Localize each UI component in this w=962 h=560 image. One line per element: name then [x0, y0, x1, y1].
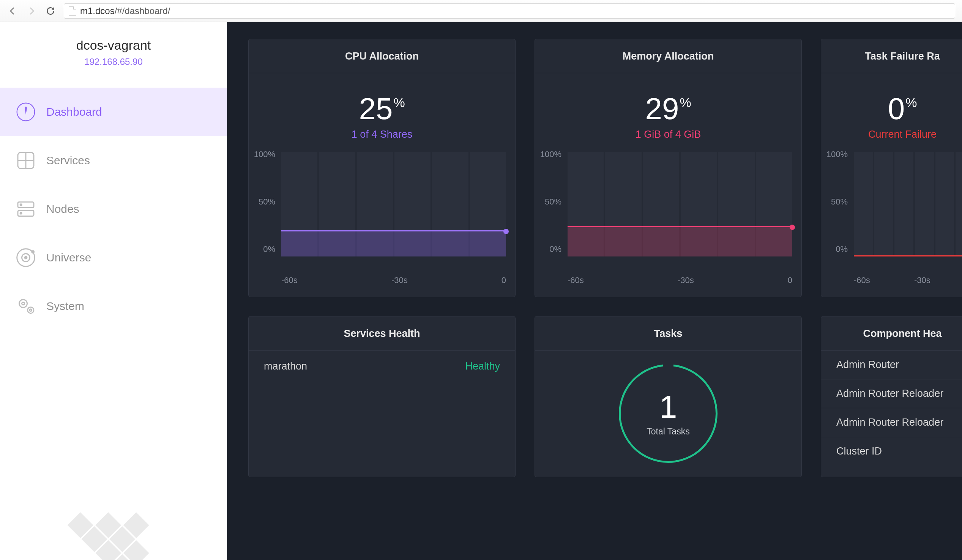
svg-point-10 — [25, 256, 27, 259]
reload-button[interactable] — [45, 5, 56, 17]
servers-icon — [15, 198, 36, 220]
panel-title: Services Health — [249, 316, 515, 351]
component-row[interactable]: Admin Router Reloader — [821, 408, 962, 437]
panel-title: Task Failure Ra — [821, 39, 962, 73]
gauge-icon — [15, 101, 36, 122]
tasks-gauge: 1 Total Tasks — [619, 364, 718, 463]
panel-component-health: Component Hea Admin Router Admin Router … — [821, 316, 962, 477]
sidebar-item-nodes[interactable]: Nodes — [0, 185, 227, 233]
cluster-name: dcos-vagrant — [0, 38, 227, 53]
cluster-ip[interactable]: 192.168.65.90 — [0, 56, 227, 67]
service-status: Healthy — [465, 360, 500, 372]
panel-services-health: Services Health marathon Healthy — [248, 316, 515, 477]
panel-tasks: Tasks 1 Total Tasks — [534, 316, 802, 477]
page-icon — [69, 6, 76, 16]
component-row[interactable]: Admin Router — [821, 351, 962, 379]
sidebar-item-label: System — [46, 300, 84, 313]
sidebar: dcos-vagrant 192.168.65.90 Dashboard Ser… — [0, 22, 227, 560]
service-name: marathon — [264, 360, 307, 372]
sidebar-nav: Dashboard Services Nodes Universe — [0, 88, 227, 330]
tasks-count: 1 — [659, 391, 677, 423]
sidebar-item-universe[interactable]: Universe — [0, 233, 227, 282]
cpu-percent: 25% — [359, 94, 405, 124]
dashboard-main: CPU Allocation 25% 1 of 4 Shares 100%50%… — [227, 22, 962, 560]
panel-title: Tasks — [535, 316, 801, 351]
cluster-header: dcos-vagrant 192.168.65.90 — [0, 22, 227, 76]
forward-button[interactable] — [26, 5, 37, 17]
sidebar-item-label: Nodes — [46, 203, 79, 216]
memory-chart: 100%50%0% — [535, 146, 801, 271]
gears-icon — [15, 296, 36, 317]
grid-icon — [15, 150, 36, 171]
url-text: m1.dcos/#/dashboard/ — [80, 6, 170, 16]
memory-percent: 29% — [645, 94, 691, 124]
sidebar-item-system[interactable]: System — [0, 282, 227, 330]
svg-point-14 — [28, 307, 34, 313]
memory-usage-label: 1 GiB of 4 GiB — [535, 129, 801, 140]
sidebar-item-label: Dashboard — [46, 105, 102, 118]
svg-point-13 — [22, 303, 25, 305]
sidebar-item-label: Services — [46, 154, 90, 167]
panel-title: Component Hea — [821, 316, 962, 351]
component-row[interactable]: Cluster ID — [821, 437, 962, 465]
cpu-chart: 100%50%0% — [249, 146, 515, 271]
service-row[interactable]: marathon Healthy — [249, 351, 515, 382]
sidebar-item-dashboard[interactable]: Dashboard — [0, 88, 227, 136]
dcos-logo-icon — [62, 492, 170, 560]
orbit-icon — [15, 247, 36, 268]
address-bar[interactable]: m1.dcos/#/dashboard/ — [64, 3, 955, 19]
failure-percent: 0% — [888, 94, 917, 124]
sidebar-item-label: Universe — [46, 251, 91, 264]
panel-title: Memory Allocation — [535, 39, 801, 73]
svg-point-11 — [32, 251, 34, 253]
failure-chart: 100%50%0% — [821, 146, 962, 271]
cpu-shares-label: 1 of 4 Shares — [249, 129, 515, 140]
tasks-label: Total Tasks — [647, 426, 689, 437]
component-row[interactable]: Admin Router Reloader — [821, 379, 962, 408]
panel-task-failure-rate: Task Failure Ra 0% Current Failure 100%5… — [821, 39, 962, 297]
panel-title: CPU Allocation — [249, 39, 515, 73]
failure-label: Current Failure — [821, 129, 962, 140]
svg-point-6 — [20, 204, 22, 206]
browser-toolbar: m1.dcos/#/dashboard/ — [0, 0, 962, 22]
svg-point-15 — [30, 309, 32, 311]
panel-memory-allocation: Memory Allocation 29% 1 GiB of 4 GiB 100… — [534, 39, 802, 297]
sidebar-item-services[interactable]: Services — [0, 136, 227, 185]
svg-point-7 — [20, 212, 22, 214]
back-button[interactable] — [7, 5, 18, 17]
panel-cpu-allocation: CPU Allocation 25% 1 of 4 Shares 100%50%… — [248, 39, 515, 297]
svg-point-12 — [19, 300, 27, 308]
